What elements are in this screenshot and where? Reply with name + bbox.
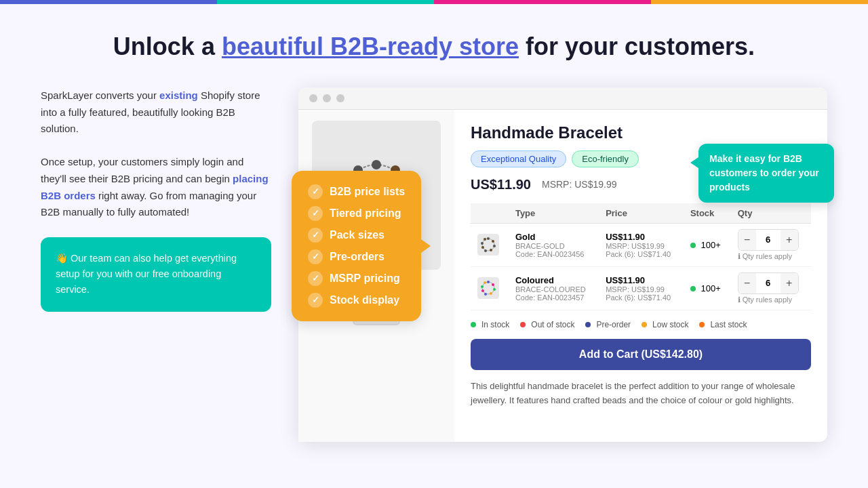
row1-msrp: MSRP: US$19.99 [606, 242, 677, 250]
svg-point-42 [484, 281, 486, 284]
col-header-qty: Qty [731, 203, 811, 224]
qty-increase-1[interactable]: + [781, 230, 798, 250]
svg-point-33 [484, 238, 486, 241]
stock-legend: In stock Out of stock Pre-order [471, 320, 811, 329]
qty-decrease-1[interactable]: − [738, 230, 756, 250]
add-to-cart-button[interactable]: Add to Cart (US$142.80) [471, 339, 811, 370]
row1-stock-count: 100+ [701, 240, 721, 250]
intro-paragraph-1: SparkLayer converts your existing Shopif… [41, 87, 271, 138]
legend-last-stock: Last stock [699, 320, 747, 329]
feature-item-5: ✓ MSRP pricing [308, 271, 405, 286]
variant-image-gold [477, 234, 499, 256]
legend-label-low-stock: Low stock [652, 320, 688, 329]
svg-point-27 [492, 240, 494, 243]
qty-increase-2[interactable]: + [781, 273, 798, 293]
row2-type: Coloured BRACE-COLOURED Code: EAN-002345… [509, 266, 599, 310]
svg-point-30 [484, 249, 487, 252]
badge-eco-friendly: Eco-friendly [572, 150, 639, 167]
check-icon-1: ✓ [308, 184, 323, 199]
row2-name: Coloured [515, 275, 592, 285]
browser-body: ✓ B2B price lists ✓ Tiered pricing ✓ Pac… [298, 110, 827, 442]
product-description: This delightful handmade bracelet is the… [471, 380, 811, 408]
legend-label-in-stock: In stock [481, 320, 509, 329]
qty-control-2: − 6 + [738, 272, 799, 294]
browser-dot-1 [309, 94, 317, 102]
bar-teal [217, 0, 434, 4]
product-detail-panel: Make it easy for B2B customers to order … [454, 110, 827, 442]
info-icon-2: ℹ [738, 296, 741, 304]
qty-decrease-2[interactable]: − [738, 273, 756, 293]
legend-pre-order: Pre-order [585, 320, 631, 329]
col-header-type-label: Type [509, 203, 599, 224]
product-images-panel: ✓ B2B price lists ✓ Tiered pricing ✓ Pac… [298, 110, 454, 442]
qty-control-1: − 6 + [738, 229, 799, 251]
check-icon-4: ✓ [308, 249, 323, 264]
variant-image-coloured [477, 277, 499, 299]
feature-item-4: ✓ Pre-orders [308, 249, 405, 264]
check-icon-3: ✓ [308, 228, 323, 243]
svg-point-39 [484, 293, 487, 296]
row1-img [471, 223, 509, 266]
legend-dot-out-of-stock [520, 322, 526, 327]
page-headline: Unlock a beautiful B2B-ready store for y… [41, 31, 827, 63]
stock-dot-2 [690, 286, 696, 291]
row2-stock-count: 100+ [701, 283, 721, 293]
svg-point-1 [372, 160, 381, 169]
qty-value-2: 6 [756, 278, 781, 288]
legend-dot-pre-order [585, 322, 591, 327]
bar-orange [651, 0, 868, 4]
badge-exceptional-quality: Exceptional Quality [471, 150, 566, 167]
onboarding-text: Our team can also help get everything se… [56, 253, 237, 295]
row1-price: US$11.90 MSRP: US$19.99 Pack (6): US$71.… [599, 223, 684, 266]
row2-img [471, 266, 509, 310]
tooltip-text: Make it easy for B2B customers to order … [709, 153, 819, 192]
legend-dot-in-stock [471, 322, 476, 327]
browser-mock: ✓ B2B price lists ✓ Tiered pricing ✓ Pac… [298, 87, 827, 442]
svg-point-32 [481, 242, 484, 245]
price-msrp: MSRP: US$19.99 [542, 179, 617, 190]
row2-code2: Code: EAN-0023457 [515, 293, 592, 302]
row2-stock: 100+ [684, 266, 731, 310]
feature-item-3: ✓ Pack sizes [308, 228, 405, 243]
check-icon-5: ✓ [308, 271, 323, 286]
svg-point-29 [490, 249, 492, 251]
feature-label-3: Pack sizes [330, 229, 384, 241]
feature-label-6: Stock display [330, 294, 399, 306]
legend-label-pre-order: Pre-order [596, 320, 631, 329]
table-row: Gold BRACE-GOLD Code: EAN-0023456 US$11.… [471, 223, 811, 266]
legend-dot-last-stock [699, 322, 705, 327]
row2-code1: BRACE-COLOURED [515, 285, 592, 293]
row2-price-val: US$11.90 [606, 275, 677, 285]
svg-point-28 [493, 245, 496, 247]
headline-prefix: Unlock a [113, 33, 222, 60]
row1-qty: − 6 + ℹ Qty rules apply [731, 223, 811, 266]
price-main: US$11.90 [471, 177, 531, 192]
legend-dot-low-stock [642, 322, 647, 327]
feature-label-2: Tiered pricing [330, 207, 401, 220]
left-column: SparkLayer converts your existing Shopif… [41, 87, 271, 312]
svg-point-26 [487, 237, 490, 240]
browser-mockup-container: ✓ B2B price lists ✓ Tiered pricing ✓ Pac… [298, 87, 827, 442]
intro-paragraph-2: Once setup, your customers simply login … [41, 154, 271, 221]
browser-topbar [298, 87, 827, 110]
browser-dot-3 [336, 94, 344, 102]
features-box: ✓ B2B price lists ✓ Tiered pricing ✓ Pac… [292, 171, 421, 321]
feature-item-2: ✓ Tiered pricing [308, 206, 405, 221]
legend-out-of-stock: Out of stock [520, 320, 574, 329]
legend-label-last-stock: Last stock [710, 320, 747, 329]
row1-pack: Pack (6): US$71.40 [606, 250, 677, 258]
feature-label-4: Pre-orders [330, 251, 384, 263]
qty-rules-2: ℹ Qty rules apply [738, 296, 804, 304]
row1-price-val: US$11.90 [606, 232, 677, 242]
existing-label: existing [159, 89, 198, 101]
svg-point-37 [493, 288, 496, 291]
feature-label-5: MSRP pricing [330, 272, 400, 285]
headline-suffix: for your customers. [519, 33, 755, 60]
bar-pink [434, 0, 651, 4]
col-header-type [471, 203, 509, 224]
tooltip-box: Make it easy for B2B customers to order … [698, 144, 834, 203]
legend-label-out-of-stock: Out of stock [531, 320, 574, 329]
row2-qty: − 6 + ℹ Qty rules apply [731, 266, 811, 310]
row1-name: Gold [515, 232, 592, 242]
svg-point-31 [481, 246, 484, 249]
